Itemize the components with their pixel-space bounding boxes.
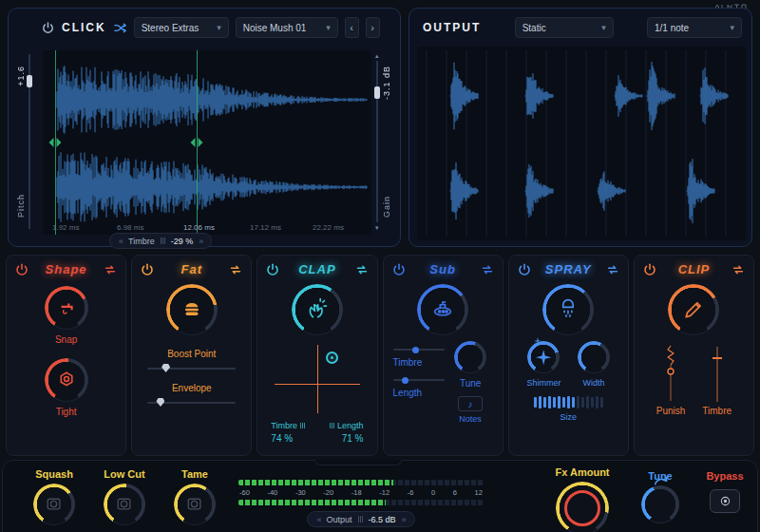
power-icon[interactable]	[391, 262, 407, 277]
preset-bank-dropdown[interactable]: Stereo Extras ▾	[134, 17, 229, 38]
envelope-handle[interactable]	[156, 398, 164, 407]
fx-amount-knob[interactable]	[556, 482, 609, 532]
preset-prev-button[interactable]: ‹	[345, 17, 359, 38]
gain-handle[interactable]	[374, 86, 380, 99]
tight-knob[interactable]	[45, 358, 88, 402]
punish-slider[interactable]	[663, 343, 678, 404]
driver-icon	[104, 484, 145, 525]
power-icon[interactable]	[14, 262, 29, 277]
preset-next-button[interactable]: ›	[366, 17, 380, 38]
punish-label: Punish	[656, 406, 686, 416]
notes-toggle[interactable]: ♪	[458, 396, 483, 411]
output-waveform	[417, 47, 746, 240]
gain-label: Gain	[382, 196, 391, 218]
xy-cursor[interactable]	[326, 352, 338, 364]
sub-timbre-slider[interactable]	[393, 349, 445, 351]
gain-slider[interactable]: ▴ ▾ -3.1 dB Gain	[375, 52, 400, 231]
module-title: CLIP	[678, 262, 711, 276]
time-label: 12.06 ms	[183, 223, 215, 232]
effects-rack: Shape Snap Tight Fat	[6, 255, 754, 456]
clip-timbre-slider[interactable]	[710, 343, 725, 404]
clap-length-readout: Length 71 %	[330, 421, 364, 444]
cycle-presets-icon[interactable]	[103, 262, 118, 277]
power-icon[interactable]	[642, 262, 657, 277]
master-section: Squash Low Cut Tame -60 -40 -30 -20 -18 …	[2, 460, 758, 532]
timbre-increment[interactable]: »	[199, 237, 202, 246]
gain-up-icon[interactable]: ▴	[375, 52, 379, 59]
click-timbre-control[interactable]: « Timbre -29 % »	[109, 233, 212, 249]
timbre-label: Timbre	[128, 237, 155, 246]
scale-tick: -12	[379, 488, 390, 497]
cycle-presets-icon[interactable]	[605, 262, 620, 277]
squash-knob[interactable]	[33, 484, 75, 525]
pitch-value: +1.6	[16, 66, 26, 86]
power-icon[interactable]	[517, 262, 532, 277]
fx-amount-label: Fx Amount	[535, 466, 630, 478]
sub-timbre-handle[interactable]	[412, 347, 419, 353]
timbre-slider-icon	[161, 238, 165, 244]
timbre-decrement[interactable]: «	[119, 237, 123, 246]
sub-length-slider[interactable]	[393, 379, 445, 381]
tune-knob[interactable]	[454, 341, 486, 373]
output-rate-dropdown[interactable]: 1/1 note ▾	[647, 17, 742, 38]
size-slider[interactable]	[509, 396, 628, 408]
click-title: CLICK	[62, 21, 106, 34]
pitch-slider[interactable]: +1.6 Pitch	[16, 52, 41, 231]
power-icon[interactable]	[265, 262, 280, 277]
envelope-slider[interactable]: Envelope	[147, 383, 236, 404]
burger-icon	[166, 284, 218, 335]
bypass-button[interactable]	[710, 489, 740, 513]
lowcut-knob[interactable]	[104, 484, 145, 525]
sub-length-handle[interactable]	[402, 377, 408, 384]
sub-knob[interactable]	[417, 284, 468, 335]
preset-name-dropdown[interactable]: Noise Mush 01 ▾	[236, 17, 338, 38]
spray-knob[interactable]	[542, 284, 594, 335]
shuffle-icon[interactable]	[113, 21, 127, 35]
cycle-presets-icon[interactable]	[228, 262, 243, 277]
clap-knob[interactable]	[292, 284, 343, 335]
snap-knob[interactable]	[45, 286, 88, 330]
squash-label: Squash	[24, 468, 85, 480]
output-mode-dropdown[interactable]: Static ▾	[515, 17, 614, 38]
output-gain-control[interactable]: « Output -6.5 dB »	[307, 511, 414, 527]
clap-xy-pad[interactable]	[273, 341, 361, 417]
cycle-presets-icon[interactable]	[731, 262, 746, 277]
preset-bank-value: Stereo Extras	[142, 23, 200, 33]
power-icon[interactable]	[140, 262, 155, 277]
output-waveform-display	[417, 47, 746, 240]
envelope-label: Envelope	[147, 383, 236, 393]
master-tune-knob[interactable]	[641, 485, 679, 523]
tame-label: Tame	[164, 468, 225, 480]
xy-horizontal-axis	[275, 384, 359, 385]
fx-knob-inner-ring	[564, 490, 600, 526]
boost-point-handle[interactable]	[162, 364, 170, 372]
scale-tick: 12	[475, 488, 483, 497]
clap-timbre-readout: Timbre 74 %	[271, 421, 305, 444]
scale-tick: -40	[267, 488, 277, 497]
width-knob[interactable]	[578, 341, 610, 373]
shimmer-knob[interactable]	[527, 341, 560, 373]
fat-knob[interactable]	[166, 284, 218, 335]
output-decrement[interactable]: «	[316, 515, 320, 524]
output-value: -6.5 dB	[369, 515, 396, 524]
pitch-handle[interactable]	[27, 75, 32, 87]
gain-down-icon[interactable]: ▾	[375, 224, 379, 231]
meter-bar-left	[238, 480, 484, 485]
clip-knob[interactable]	[668, 284, 719, 335]
length-marker-handle[interactable]	[191, 138, 203, 147]
output-increment[interactable]: »	[402, 515, 406, 524]
faucet-icon	[45, 286, 88, 330]
cycle-presets-icon[interactable]	[354, 262, 370, 277]
cycle-presets-icon[interactable]	[480, 262, 495, 277]
pitch-label: Pitch	[16, 194, 26, 218]
click-power-button[interactable]	[41, 21, 55, 35]
module-shape: Shape Snap Tight	[6, 255, 126, 456]
scale-tick: -6	[408, 488, 414, 497]
start-marker-handle[interactable]	[49, 138, 62, 147]
click-waveform-display[interactable]: 1.92 ms 6.98 ms 12.06 ms 17.12 ms 22.22 …	[43, 50, 371, 235]
clap-timbre-label: Timbre	[271, 421, 297, 430]
module-sub: Sub Timbre Length Tune ♪ Notes	[383, 255, 504, 456]
tame-knob[interactable]	[174, 484, 216, 525]
module-title: CLAP	[298, 262, 335, 276]
boost-point-slider[interactable]: Boost Point	[147, 349, 236, 370]
